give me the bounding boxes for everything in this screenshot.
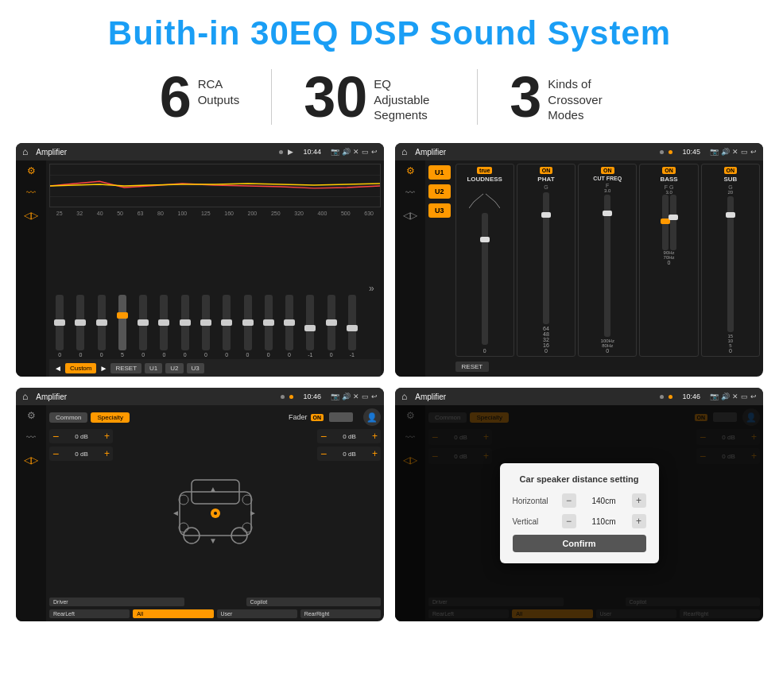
vertical-plus-btn[interactable]: +	[632, 514, 646, 528]
phat-scale: 64	[543, 326, 549, 331]
fader-plus-2[interactable]: +	[104, 449, 110, 458]
loudness-curve-svg2	[486, 186, 500, 210]
eq-slider-1: 0	[76, 295, 84, 358]
phat-on-badge: ON	[540, 167, 553, 174]
fader-eq-icon[interactable]: ⚙	[27, 410, 36, 421]
amp-u1-btn[interactable]: U1	[428, 165, 451, 180]
fader-slider-mini[interactable]	[329, 412, 353, 422]
status-time-2: 10:45	[682, 148, 700, 156]
fader-plus-3[interactable]: +	[372, 431, 378, 441]
phat-val: 48	[543, 331, 549, 337]
fader-db-val-4: 0 dB	[329, 451, 370, 458]
eq-reset-btn[interactable]: RESET	[110, 363, 141, 373]
bass-label: BASS	[660, 176, 677, 183]
speaker-dialog: Car speaker distance setting Horizontal …	[500, 463, 659, 563]
fader-car-diagram: ▲ ▼ ◄ ►	[118, 429, 312, 594]
fader-vol-icon[interactable]: ◁▷	[24, 454, 38, 466]
amp-u3-btn[interactable]: U3	[428, 203, 451, 218]
window-icon-2: ▭	[741, 148, 748, 156]
eq-slider-8: 0	[223, 295, 231, 358]
fader-specialty-tab[interactable]: Specialty	[91, 412, 129, 423]
fader-db-row-4: − 0 dB +	[317, 447, 381, 461]
zone-driver[interactable]: Driver	[49, 598, 184, 606]
eq-freq-labels: 2532 4050 6380 100125 160200 250320 4005…	[49, 210, 381, 217]
fader-content: ⚙ 〰 ◁▷ Common Specialty Fader ON 👤	[16, 405, 384, 621]
eq-u1-btn[interactable]: U1	[145, 363, 162, 373]
eq-vol-icon[interactable]: ◁▷	[24, 210, 38, 221]
sub-slider[interactable]	[727, 196, 734, 332]
status-time-1: 10:44	[303, 148, 321, 156]
stat-crossover-text: Kinds of Crossover Modes	[548, 68, 619, 123]
fader-minus-2[interactable]: −	[52, 448, 59, 459]
zone-rearright[interactable]: RearRight	[300, 609, 381, 618]
eq-filter-icon[interactable]: ⚙	[27, 165, 36, 176]
sub-scale1: 20	[728, 190, 734, 195]
fader-db-row-3: − 0 dB +	[317, 429, 381, 443]
amp-channel-loudness: true LOUDNESS 0	[455, 164, 514, 357]
amp-filter-icon[interactable]: ⚙	[406, 165, 415, 176]
fader-top-row: Common Specialty Fader ON 👤	[49, 408, 381, 426]
amp-reset-btn[interactable]: RESET	[455, 362, 490, 372]
amp-vol-icon[interactable]: ◁▷	[403, 210, 417, 221]
camera-icon-3: 📷	[331, 393, 339, 400]
phat-g-label: G	[544, 184, 548, 190]
eq-bottom-bar: ◄ Custom ► RESET U1 U2 U3	[49, 359, 381, 377]
fader-minus-3[interactable]: −	[320, 431, 327, 442]
amp-reset-row: RESET	[455, 357, 760, 373]
fader-db-val-3: 0 dB	[329, 433, 370, 440]
horizontal-plus-btn[interactable]: +	[632, 493, 646, 508]
close-icon-4: ✕	[732, 393, 738, 400]
confirm-button[interactable]: Confirm	[513, 535, 646, 552]
status-dot-2	[660, 150, 664, 154]
fader-common-tab[interactable]: Common	[49, 412, 87, 423]
vertical-minus-btn[interactable]: −	[562, 514, 576, 528]
cutfreq-slider[interactable]	[604, 195, 610, 337]
fader-plus-4[interactable]: +	[372, 449, 378, 458]
eq-prev-btn[interactable]: ◄	[54, 364, 62, 373]
dialog-horizontal-row: Horizontal − 140cm +	[513, 493, 646, 508]
eq-u3-btn[interactable]: U3	[187, 363, 204, 373]
zone-rearleft[interactable]: RearLeft	[49, 609, 130, 618]
stat-eq-number: 30	[304, 68, 367, 126]
stat-rca-number: 6	[160, 68, 192, 126]
stat-crossover-number: 3	[510, 68, 541, 126]
eq-wave-icon[interactable]: 〰	[26, 188, 36, 199]
zone-copilot[interactable]: Copilot	[246, 598, 382, 606]
camera-icon-4: 📷	[710, 393, 719, 400]
app-name-1: Amplifier	[36, 148, 274, 157]
bass-slider-f[interactable]	[662, 195, 669, 250]
back-icon: ↩	[371, 148, 378, 156]
eq-slider-13: 0	[327, 295, 335, 358]
screen-dialog: ⌂ Amplifier 10:46 📷 🔊 ✕ ▭ ↩ ⚙ 〰 ◁▷ Comm	[395, 388, 763, 621]
fader-right-controls: − 0 dB + − 0 dB +	[317, 429, 381, 594]
loudness-slider[interactable]	[482, 213, 488, 345]
bass-slider-g[interactable]	[670, 195, 676, 250]
cutfreq-val: 0	[606, 348, 609, 354]
phat-slider[interactable]	[543, 192, 549, 324]
eq-u2-btn[interactable]: U2	[165, 363, 183, 373]
horizontal-minus-btn[interactable]: −	[562, 493, 576, 508]
loudness-on-badge: true	[477, 167, 492, 174]
eq-custom-btn[interactable]: Custom	[65, 363, 97, 373]
fader-minus-4[interactable]: −	[320, 448, 327, 459]
close-icon-2: ✕	[732, 148, 738, 156]
fader-db-val-2: 0 dB	[61, 451, 102, 458]
amp-u2-btn[interactable]: U2	[428, 184, 451, 199]
phat-val4: 0	[545, 348, 548, 354]
eq-svg	[50, 164, 380, 207]
fader-minus-1[interactable]: −	[52, 431, 59, 442]
fader-settings-icon[interactable]: 👤	[363, 408, 381, 426]
zone-user[interactable]: User	[217, 609, 297, 618]
volume-icon-4: 🔊	[721, 393, 730, 400]
amp-wave-icon[interactable]: 〰	[405, 188, 415, 199]
eq-next-btn[interactable]: ►	[99, 364, 107, 373]
fader-wave-icon[interactable]: 〰	[26, 432, 36, 443]
zone-all[interactable]: All	[133, 609, 213, 618]
status-icons-3: 📷 🔊 ✕ ▭ ↩	[331, 393, 378, 400]
fader-plus-1[interactable]: +	[104, 431, 110, 441]
window-icon: ▭	[362, 148, 369, 156]
dialog-vertical-row: Vertical − 110cm +	[513, 514, 646, 528]
close-icon: ✕	[353, 148, 359, 156]
app-name-2: Amplifier	[415, 148, 655, 157]
status-time-3: 10:46	[303, 393, 321, 400]
